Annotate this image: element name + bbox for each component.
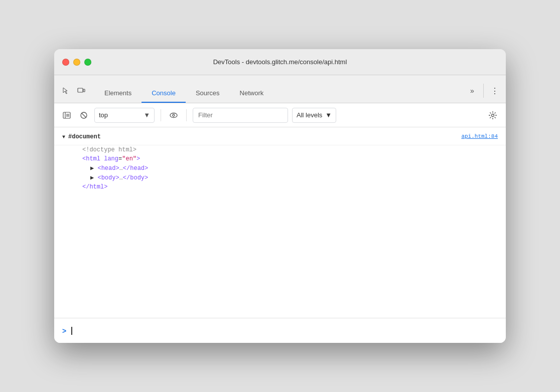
live-expressions-button[interactable] (167, 109, 180, 122)
close-button[interactable] (62, 59, 69, 66)
levels-chevron-icon: ▼ (325, 111, 332, 119)
separator (483, 84, 484, 98)
filter-input[interactable] (193, 108, 288, 123)
more-tabs-button[interactable]: » (465, 84, 479, 98)
cursor-icon (61, 87, 69, 95)
device-icon (77, 87, 85, 95)
maximize-button[interactable] (84, 59, 91, 66)
prompt-icon: > (62, 327, 66, 335)
tab-sources[interactable]: Sources (186, 85, 230, 103)
tabbar-right: » ⋮ (465, 84, 502, 103)
device-toolbar-button[interactable] (74, 84, 88, 98)
console-output: ▼ #document api.html:84 <!doctype html> … (54, 127, 506, 318)
tab-console[interactable]: Console (142, 85, 186, 103)
inspect-element-button[interactable] (58, 84, 72, 98)
expand-triangle-icon[interactable]: ▼ (62, 134, 65, 140)
cursor-line (71, 327, 72, 335)
window-title: DevTools - devtools.glitch.me/console/ap… (213, 58, 347, 66)
context-selector[interactable]: top ▼ (94, 108, 155, 123)
eye-icon (169, 111, 178, 120)
tabs-container: Elements Console Sources Network (94, 85, 461, 103)
console-input-area[interactable]: > (54, 318, 506, 343)
toolbar-separator (161, 109, 161, 121)
sidebar-icon (63, 111, 71, 119)
block-icon (80, 111, 88, 119)
log-levels-selector[interactable]: All levels ▼ (292, 108, 336, 123)
svg-point-11 (492, 114, 494, 116)
sidebar-toggle-button[interactable] (60, 109, 73, 122)
entry-content: ▼ #document (62, 133, 461, 140)
console-toolbar: top ▼ All levels ▼ (54, 103, 506, 127)
svg-rect-0 (78, 88, 83, 92)
devtools-window: DevTools - devtools.glitch.me/console/ap… (54, 49, 506, 343)
code-line-body: ▶ <body>…</body> (54, 173, 506, 182)
titlebar: DevTools - devtools.glitch.me/console/ap… (54, 49, 506, 75)
code-line-html: <html lang="en"> (54, 154, 506, 163)
traffic-lights (62, 59, 91, 66)
document-label: #document (68, 133, 101, 140)
tabbar-left-icons (58, 84, 88, 103)
svg-line-8 (82, 113, 86, 117)
toolbar-separator-2 (186, 109, 187, 121)
tabbar: Elements Console Sources Network » ⋮ (54, 75, 506, 103)
console-entry-document: ▼ #document api.html:84 (54, 131, 506, 145)
code-line-head: ▶ <head>…</head> (54, 163, 506, 173)
svg-point-10 (173, 114, 175, 116)
devtools-menu-button[interactable]: ⋮ (488, 84, 502, 98)
entry-source-link[interactable]: api.html:84 (461, 133, 498, 139)
tab-network[interactable]: Network (230, 85, 274, 103)
chevron-down-icon: ▼ (144, 111, 150, 119)
code-line-html-close: </html> (54, 182, 506, 191)
document-line: ▼ #document (62, 133, 101, 140)
minimize-button[interactable] (73, 59, 80, 66)
clear-console-button[interactable] (77, 109, 90, 122)
svg-point-9 (170, 113, 177, 117)
code-line-doctype: <!doctype html> (54, 145, 506, 154)
gear-icon (488, 111, 497, 120)
console-settings-button[interactable] (486, 108, 500, 122)
text-cursor (71, 327, 72, 335)
svg-rect-1 (83, 89, 85, 92)
tab-elements[interactable]: Elements (94, 85, 142, 103)
